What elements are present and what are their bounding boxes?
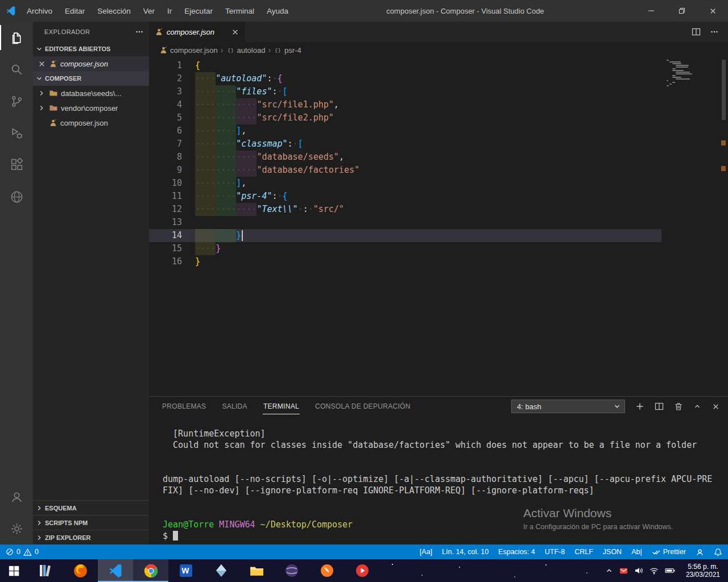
- close-button[interactable]: [697, 0, 728, 22]
- tray-battery[interactable]: [665, 567, 675, 575]
- extensions-icon: [10, 158, 24, 172]
- taskbar-library-app[interactable]: [27, 559, 63, 582]
- split-terminal-icon[interactable]: [655, 402, 664, 411]
- menu-ir[interactable]: Ir: [161, 0, 178, 22]
- panel-tab-terminal[interactable]: TERMINAL: [263, 399, 300, 414]
- notifications-bell-icon[interactable]: [714, 548, 722, 556]
- taskbar-firefox[interactable]: [63, 559, 98, 582]
- tray-tray-expand[interactable]: [605, 567, 613, 575]
- taskbar-vscode[interactable]: [98, 559, 133, 582]
- menu-terminal[interactable]: Terminal: [219, 0, 260, 22]
- code-line-4[interactable]: 4············"src/file1.php",: [149, 98, 728, 111]
- section-zip-explorer[interactable]: ZIP EXPLORER: [33, 530, 149, 544]
- section-esquema[interactable]: ESQUEMA: [33, 500, 149, 515]
- activitybar-globe[interactable]: [0, 181, 33, 213]
- code-line-14[interactable]: 14········}: [149, 229, 661, 242]
- taskbar-diamond-app[interactable]: [204, 559, 239, 582]
- panel-tab-problemas[interactable]: PROBLEMAS: [162, 399, 206, 414]
- feedback-icon[interactable]: [696, 548, 704, 556]
- terminal-shell-select[interactable]: 4: bash: [511, 400, 625, 413]
- breadcrumb-item-composer-json[interactable]: composer.json: [159, 46, 218, 55]
- code-line-15[interactable]: 15····}: [149, 242, 728, 255]
- tree-item-vendor-composer[interactable]: vendor\composer: [33, 101, 149, 115]
- more-actions-icon[interactable]: [135, 27, 144, 36]
- panel-tab-salida[interactable]: SALIDA: [221, 399, 248, 414]
- status-item-crlf[interactable]: CRLF: [574, 548, 593, 556]
- activitybar-search[interactable]: [0, 53, 33, 85]
- code-line-2[interactable]: 2····"autoload":·{: [149, 72, 728, 85]
- code-line-10[interactable]: 10········],: [149, 177, 728, 190]
- breadcrumb-item-autoload[interactable]: {}autoload: [226, 46, 266, 55]
- taskbar-chrome[interactable]: [133, 559, 168, 582]
- split-editor-icon[interactable]: [692, 27, 701, 36]
- taskbar-clock[interactable]: 5:56 p. m. 23/03/2021: [681, 563, 723, 579]
- project-section-header[interactable]: COMPOSER: [33, 71, 149, 86]
- breadcrumb-separator: ›: [268, 45, 271, 55]
- tray-volume[interactable]: [634, 566, 643, 575]
- section-scripts-npm[interactable]: SCRIPTS NPM: [33, 515, 149, 530]
- close-panel-icon[interactable]: [712, 402, 720, 411]
- open-editor-composer-json[interactable]: composer.json: [33, 56, 149, 71]
- new-terminal-icon[interactable]: [635, 402, 644, 411]
- taskbar-file-explorer[interactable]: [239, 559, 274, 582]
- breadcrumb[interactable]: composer.json›{}autoload›{}psr-4: [149, 42, 728, 58]
- code-line-11[interactable]: 11········"psr-4":·{: [149, 190, 728, 203]
- menu-editar[interactable]: Editar: [59, 0, 91, 22]
- code-line-5[interactable]: 5············"src/file2.php": [149, 111, 728, 124]
- code-line-8[interactable]: 8············"database/seeds",: [149, 151, 728, 164]
- code-line-3[interactable]: 3········"files":·[: [149, 85, 728, 98]
- open-editors-header[interactable]: EDITORES ABIERTOS: [33, 41, 149, 56]
- code-line-7[interactable]: 7········"classmap":·[: [149, 138, 728, 151]
- scrollbar-thumb[interactable]: [722, 60, 726, 120]
- activitybar-files[interactable]: [0, 22, 33, 53]
- kill-terminal-icon[interactable]: [674, 402, 683, 411]
- activitybar-gear[interactable]: [0, 513, 33, 544]
- taskbar-word[interactable]: [168, 559, 204, 582]
- code-line-12[interactable]: 12············"Text\\"·:·"src/": [149, 203, 728, 216]
- code-line-9[interactable]: 9············"database/factories": [149, 164, 728, 177]
- account-icon: [10, 490, 24, 504]
- line-content: ············"database/seeds",: [182, 151, 344, 164]
- activitybar-debug[interactable]: [0, 117, 33, 149]
- terminal-output[interactable]: [RuntimeException] Could not scan for cl…: [149, 416, 728, 544]
- activitybar-source-control[interactable]: [0, 85, 33, 117]
- code-line-1[interactable]: 1{: [149, 59, 728, 72]
- menu-selecci-n[interactable]: Selección: [91, 0, 137, 22]
- prettier-status[interactable]: Prettier: [652, 547, 686, 556]
- menu-archivo[interactable]: Archivo: [20, 0, 59, 22]
- activitybar-account[interactable]: [0, 481, 33, 513]
- minimize-button[interactable]: [636, 0, 667, 22]
- close-tab-icon[interactable]: [231, 28, 239, 36]
- code-editor[interactable]: 1{2····"autoload":·{3········"files":·[4…: [149, 58, 728, 396]
- code-line-16[interactable]: 16}: [149, 255, 728, 268]
- taskbar-sphere-app[interactable]: [274, 559, 309, 582]
- tray-gmail[interactable]: [619, 567, 628, 575]
- taskbar-media-player[interactable]: [345, 559, 380, 582]
- tab-composer-json[interactable]: composer.json: [149, 22, 246, 42]
- problems-status[interactable]: 0 0: [6, 548, 39, 556]
- code-line-6[interactable]: 6········],: [149, 124, 728, 138]
- breadcrumb-item-psr-4[interactable]: {}psr-4: [274, 46, 301, 55]
- status-item-espacios-4[interactable]: Espacios: 4: [498, 548, 535, 556]
- tree-item-database-seeds[interactable]: database\seeds\...: [33, 86, 149, 101]
- editor-group: composer.json composer.json›{}autoload›{…: [149, 22, 728, 544]
- restore-button[interactable]: [667, 0, 697, 22]
- activitybar-extensions[interactable]: [0, 149, 33, 181]
- more-actions-icon[interactable]: [710, 27, 719, 36]
- status-item-aa[interactable]: [Aa]: [420, 548, 432, 556]
- status-item-ab[interactable]: Ab|: [631, 548, 642, 556]
- menu-ayuda[interactable]: Ayuda: [260, 0, 295, 22]
- status-item-l-n-14-col-10[interactable]: Lín. 14, col. 10: [442, 548, 489, 556]
- menu-ver[interactable]: Ver: [137, 0, 161, 22]
- taskbar-xampp[interactable]: [309, 559, 345, 582]
- code-line-13[interactable]: 13: [149, 216, 728, 229]
- status-item-utf-8[interactable]: UTF-8: [545, 548, 565, 556]
- taskbar-start[interactable]: [0, 559, 27, 582]
- menu-ejecutar[interactable]: Ejecutar: [178, 0, 219, 22]
- tree-item-composer-json[interactable]: composer.json: [33, 115, 149, 130]
- maximize-panel-icon[interactable]: [693, 402, 701, 410]
- minimap[interactable]: [667, 60, 718, 87]
- tray-network[interactable]: [650, 566, 659, 575]
- status-item-json[interactable]: JSON: [603, 548, 622, 556]
- panel-tab-consola-de-depuraci-n[interactable]: CONSOLA DE DEPURACIÓN: [315, 399, 411, 414]
